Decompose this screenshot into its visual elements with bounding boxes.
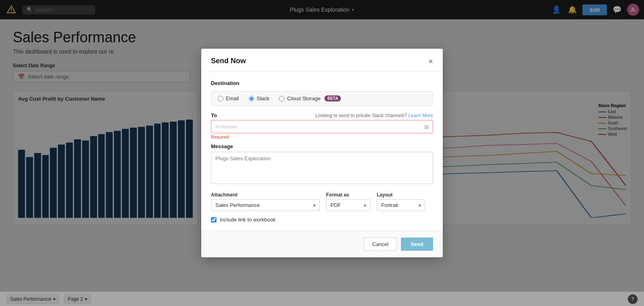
destination-slack[interactable]: Slack (249, 95, 270, 101)
modal-body: Destination Email Slack Cloud Storage BE… (201, 72, 443, 231)
format-select[interactable]: PDF PNG CSV (326, 199, 370, 211)
cloud-storage-radio[interactable] (279, 96, 285, 101)
modal-close-button[interactable]: × (428, 57, 433, 65)
to-label: To (211, 112, 217, 118)
to-help: Looking to send to private Slack channel… (315, 113, 433, 118)
cloud-storage-label: Cloud Storage (287, 95, 320, 101)
slack-radio[interactable] (249, 96, 254, 101)
layout-field: Layout Portrait Landscape ▼ (377, 192, 425, 211)
modal-header: Send Now × (201, 49, 443, 72)
attachment-field: Attachment Sales Performance Page 1 Page… (211, 192, 320, 211)
attachment-select[interactable]: Sales Performance Page 1 Page 2 (211, 199, 320, 211)
message-label: Message (211, 143, 433, 149)
beta-badge: BETA (324, 95, 341, 101)
modal-footer: Cancel Send (201, 231, 443, 257)
send-button[interactable]: Send (401, 238, 433, 251)
learn-more-link[interactable]: Learn More (409, 113, 433, 118)
attachment-row: Attachment Sales Performance Page 1 Page… (211, 192, 433, 211)
format-label: Format as (326, 192, 370, 198)
destination-email[interactable]: Email (218, 95, 239, 101)
format-field: Format as PDF PNG CSV ▼ (326, 192, 370, 211)
destination-options: Email Slack Cloud Storage BETA (211, 91, 433, 106)
attachment-select-wrap: Sales Performance Page 1 Page 2 ▼ (211, 199, 320, 211)
layout-label: Layout (377, 192, 425, 198)
modal-title: Send Now (211, 57, 246, 65)
channel-input[interactable] (211, 120, 433, 133)
to-row: To Looking to send to private Slack chan… (211, 112, 433, 118)
email-radio[interactable] (218, 96, 223, 101)
layout-select-wrap: Portrait Landscape ▼ (377, 199, 425, 211)
cancel-button[interactable]: Cancel (364, 238, 397, 251)
include-link-checkbox[interactable] (211, 217, 217, 223)
destination-cloud-storage[interactable]: Cloud Storage BETA (279, 95, 341, 101)
include-link-label[interactable]: Include link to workbook (220, 217, 276, 223)
required-text: Required (211, 134, 433, 139)
format-select-wrap: PDF PNG CSV ▼ (326, 199, 370, 211)
attachment-label: Attachment (211, 192, 320, 198)
channel-input-wrap: ⊞ (211, 120, 433, 133)
send-now-modal: Send Now × Destination Email Slack Cloud… (201, 49, 443, 257)
layout-select[interactable]: Portrait Landscape (377, 199, 425, 211)
grid-icon: ⊞ (424, 124, 429, 130)
destination-label: Destination (211, 80, 433, 86)
include-link-row: Include link to workbook (211, 217, 433, 223)
slack-label: Slack (257, 95, 270, 101)
email-label: Email (226, 95, 239, 101)
message-textarea[interactable] (211, 152, 433, 184)
